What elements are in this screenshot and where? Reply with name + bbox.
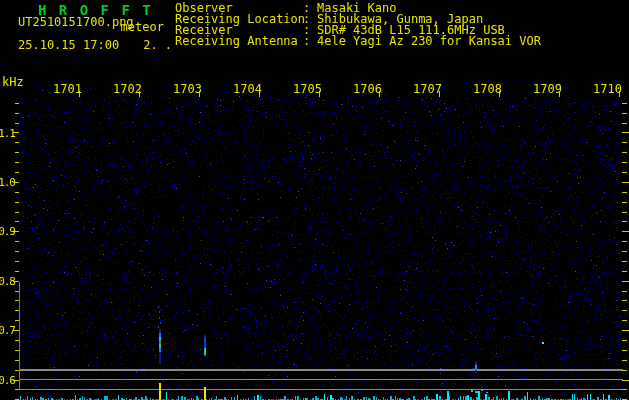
observation-field-row: Receiving Antenna:4ele Yagi Az 230 for K… bbox=[175, 36, 541, 47]
x-tick-label: 1702 bbox=[86, 82, 142, 96]
x-tick-label: 1703 bbox=[146, 82, 202, 96]
datetime-line: 25.10.15 17:002. . bbox=[18, 38, 172, 52]
y-tick-label: 0.7 bbox=[0, 324, 15, 337]
hrofft-window: H R O F F T UT2510151700.pngmeteor 25.10… bbox=[0, 0, 629, 400]
y-tick-label: 0.9 bbox=[0, 225, 15, 238]
output-filename: UT2510151700.pngmeteor bbox=[18, 15, 164, 29]
x-tick-label: 1705 bbox=[266, 82, 322, 96]
spectrogram-canvas bbox=[0, 0, 629, 400]
x-tick-label: 1704 bbox=[206, 82, 262, 96]
field-value: 4ele Yagi Az 230 for Kansai VOR bbox=[317, 34, 541, 48]
x-tick-label: 1707 bbox=[386, 82, 442, 96]
y-tick-label: 0.6 bbox=[0, 374, 15, 387]
y-tick-label: 0.8 bbox=[0, 275, 15, 288]
filename-text: UT2510151700.png bbox=[18, 15, 134, 29]
field-colon: : bbox=[303, 36, 317, 47]
station-name: meteor bbox=[121, 20, 164, 34]
x-tick-label: 1708 bbox=[446, 82, 502, 96]
x-tick-label: 1701 bbox=[26, 82, 82, 96]
counter-text: 2. . bbox=[143, 38, 172, 52]
y-tick-label: 1.1 bbox=[0, 127, 15, 140]
y-axis-unit-label: kHz bbox=[2, 75, 24, 89]
y-tick-label: 1.0 bbox=[0, 176, 15, 189]
datetime-text: 25.10.15 17:00 bbox=[18, 38, 119, 52]
x-tick-label: 1710 bbox=[566, 82, 622, 96]
x-tick-label: 1706 bbox=[326, 82, 382, 96]
x-tick-label: 1709 bbox=[506, 82, 562, 96]
field-label: Receiving Antenna bbox=[175, 36, 303, 47]
observation-fields: Observer:Masaki KanoReceiving Location:S… bbox=[175, 3, 541, 47]
